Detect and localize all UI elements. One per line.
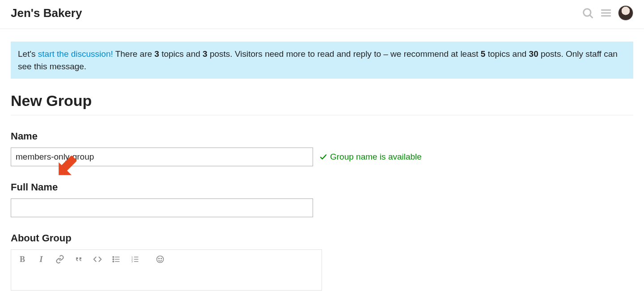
site-header: Jen's Bakery xyxy=(0,0,644,29)
svg-point-11 xyxy=(113,259,114,260)
availability-text: Group name is available xyxy=(330,152,422,162)
svg-line-1 xyxy=(590,15,593,18)
about-group-editor: B I 123 xyxy=(11,249,322,291)
staff-notice-banner: Let's start the discussion! There are 3 … xyxy=(11,42,633,79)
banner-rec-topics: 5 xyxy=(481,49,486,59)
bold-icon[interactable]: B xyxy=(17,255,27,264)
banner-text-prefix: Let's xyxy=(18,49,38,59)
header-icons xyxy=(581,5,633,21)
bullet-list-icon[interactable] xyxy=(111,255,121,264)
italic-icon[interactable]: I xyxy=(36,254,46,264)
name-field-container: Name Group name is available xyxy=(11,131,633,166)
about-group-textarea[interactable] xyxy=(11,269,322,290)
page-title: New Group xyxy=(11,92,633,115)
user-avatar[interactable] xyxy=(618,5,633,21)
name-label: Name xyxy=(11,131,633,142)
hamburger-menu-icon[interactable] xyxy=(600,7,612,19)
banner-posts-count: 3 xyxy=(203,49,208,59)
banner-text: posts. Visitors need more to read and re… xyxy=(208,49,481,59)
site-title[interactable]: Jen's Bakery xyxy=(11,6,82,20)
name-availability-status: Group name is available xyxy=(319,152,422,162)
quote-icon[interactable] xyxy=(74,255,84,264)
svg-point-21 xyxy=(161,258,162,259)
banner-text: topics and xyxy=(159,49,203,59)
banner-text: There are xyxy=(113,49,155,59)
numbered-list-icon[interactable]: 123 xyxy=(130,255,140,264)
banner-rec-posts: 30 xyxy=(529,49,538,59)
svg-point-12 xyxy=(113,261,114,262)
svg-point-10 xyxy=(113,257,114,258)
group-name-input[interactable] xyxy=(11,148,313,166)
banner-topics-count: 3 xyxy=(154,49,159,59)
start-discussion-link[interactable]: start the discussion! xyxy=(38,49,113,59)
svg-text:3: 3 xyxy=(131,260,133,263)
emoji-icon[interactable] xyxy=(155,255,165,264)
banner-text: topics and xyxy=(485,49,529,59)
about-group-label: About Group xyxy=(11,232,633,244)
svg-point-19 xyxy=(157,256,164,263)
check-icon xyxy=(319,153,327,161)
full-name-input[interactable] xyxy=(11,198,313,217)
link-icon[interactable] xyxy=(55,255,65,264)
code-icon[interactable] xyxy=(93,255,102,264)
search-icon[interactable] xyxy=(581,7,594,19)
full-name-label: Full Name xyxy=(11,181,633,193)
svg-point-20 xyxy=(159,258,160,259)
editor-toolbar: B I 123 xyxy=(11,250,322,269)
main-content: Let's start the discussion! There are 3 … xyxy=(0,42,644,291)
